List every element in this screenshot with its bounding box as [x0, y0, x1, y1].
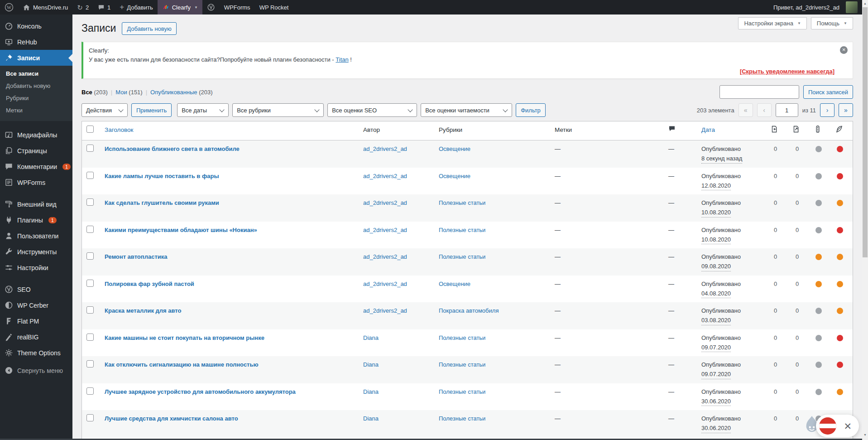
post-category-link[interactable]: Освещение [439, 280, 470, 287]
sidebar-item-6[interactable]: WPForms [0, 174, 72, 190]
sidebar-item-10[interactable]: Инструменты [0, 244, 72, 260]
country-flag-icon[interactable] [819, 417, 836, 435]
row-checkbox[interactable] [86, 387, 94, 395]
post-title-link[interactable]: Как отключить сигнализацию на машине пол… [105, 361, 259, 368]
post-category-link[interactable]: Полезные статьи [439, 415, 485, 422]
post-category-link[interactable]: Полезные статьи [439, 227, 485, 233]
my-account-menu[interactable]: Привет, ad_2drivers2_ad [769, 1, 862, 13]
post-category-link[interactable]: Освещение [439, 145, 470, 152]
sidebar-subitem-1[interactable]: Добавить новую [0, 80, 72, 92]
sidebar-item-12[interactable]: SEO [0, 281, 72, 297]
yoast-menu[interactable] [202, 0, 220, 15]
column-seo-score-sort[interactable] [810, 121, 831, 140]
row-checkbox[interactable] [86, 226, 94, 233]
post-title-link[interactable]: Какие лампы лучше поставить в фары [105, 173, 219, 179]
post-title-link[interactable]: Лучшие средства для химчистки салона авт… [105, 415, 238, 422]
page-scrollbar[interactable]: ▲ ▼ [862, 0, 868, 440]
wp-rocket-menu[interactable]: WP Rocket [255, 0, 293, 15]
sidebar-item-16[interactable]: Theme Options [0, 345, 72, 361]
last-page-button[interactable]: » [839, 103, 853, 117]
sidebar-item-11[interactable]: Настройки [0, 260, 72, 276]
post-author-link[interactable]: ad_2drivers2_ad [363, 227, 407, 233]
search-posts-button[interactable]: Поиск записей [803, 85, 853, 99]
post-category-link[interactable]: Полезные статьи [439, 253, 485, 260]
row-checkbox[interactable] [86, 280, 94, 287]
sidebar-item-13[interactable]: WP Cerber [0, 297, 72, 313]
readability-score-select[interactable]: Все оценки читаемости [421, 103, 512, 117]
sidebar-item-0[interactable]: Консоль [0, 18, 72, 34]
post-title-link[interactable]: Как сделать глушитель своими руками [105, 199, 219, 206]
scroll-up-icon[interactable]: ▲ [862, 2, 868, 5]
row-checkbox[interactable] [86, 252, 94, 260]
dates-select[interactable]: Все даты [177, 103, 229, 117]
row-checkbox[interactable] [86, 306, 94, 314]
post-author-link[interactable]: ad_2drivers2_ad [363, 253, 407, 260]
dismiss-notice-icon[interactable]: × [840, 46, 848, 54]
view-filter-1[interactable]: Мои (151) [115, 89, 142, 96]
post-category-link[interactable]: Полезные статьи [439, 334, 485, 341]
post-category-link[interactable]: Полезные статьи [439, 361, 485, 368]
seo-score-select[interactable]: Все оценки SEO [327, 103, 417, 117]
post-category-link[interactable]: Полезные статьи [439, 388, 485, 395]
row-checkbox[interactable] [86, 414, 94, 421]
sidebar-subitem-2[interactable]: Рубрики [0, 92, 72, 104]
sidebar-subitem-3[interactable]: Метки [0, 104, 72, 116]
row-checkbox[interactable] [86, 172, 94, 179]
post-author-link[interactable]: ad_2drivers2_ad [363, 280, 407, 287]
add-new-post-button[interactable]: Добавить новую [122, 22, 176, 35]
categories-select[interactable]: Все рубрики [232, 103, 324, 117]
column-comments-sort[interactable] [665, 121, 698, 139]
hide-notice-forever-link[interactable]: [Скрыть уведомление навсегда] [89, 68, 834, 75]
site-menu[interactable]: MensDrive.ru [18, 0, 72, 15]
comments-menu[interactable]: 1 [93, 0, 115, 15]
search-input[interactable] [719, 85, 799, 99]
row-checkbox[interactable] [86, 198, 94, 206]
post-category-link[interactable]: Покраска автомобиля [439, 307, 499, 314]
sidebar-item-9[interactable]: Пользователи [0, 228, 72, 244]
sidebar-item-1[interactable]: ReHub [0, 34, 72, 50]
screen-options-button[interactable]: Настройки экрана ▼ [738, 17, 806, 29]
column-links-in-sort[interactable] [767, 121, 788, 140]
sidebar-item-5[interactable]: Комментарии 1 [0, 159, 72, 174]
filter-button[interactable]: Фильтр [516, 103, 546, 117]
sidebar-item-7[interactable]: Внешний вид [0, 196, 72, 212]
sidebar-item-3[interactable]: Медиафайлы [0, 127, 72, 143]
row-checkbox[interactable] [86, 360, 94, 367]
post-title-link[interactable]: Полировка фар зубной пастой [105, 280, 194, 287]
post-title-link[interactable]: Ремонт автопластика [105, 253, 167, 260]
post-author-link[interactable]: Diana [363, 415, 379, 422]
post-category-link[interactable]: Освещение [439, 173, 470, 179]
post-title-link[interactable]: Какие машины не стоит покупать на вторич… [105, 334, 264, 341]
wp-logo-menu[interactable]: W [0, 0, 18, 15]
titan-link[interactable]: Titan [336, 56, 348, 63]
select-all-checkbox[interactable] [86, 126, 94, 133]
post-author-link[interactable]: Diana [363, 334, 379, 341]
column-links-out-sort[interactable] [788, 121, 810, 140]
close-widget-icon[interactable]: ✕ [844, 421, 852, 431]
post-title-link[interactable]: Использование ближнего света в автомобил… [105, 145, 240, 152]
post-title-link[interactable]: Какими преимуществами обладают шины «Нок… [105, 227, 257, 233]
post-author-link[interactable]: ad_2drivers2_ad [363, 173, 407, 179]
sidebar-item-4[interactable]: Страницы [0, 143, 72, 159]
post-title-link[interactable]: Краска металлик для авто [105, 307, 181, 314]
updates-menu[interactable]: ↻ 2 [72, 0, 93, 15]
row-checkbox[interactable] [86, 334, 94, 341]
sidebar-item-17[interactable]: Свернуть меню [0, 363, 72, 378]
column-date-sort[interactable]: Дата [701, 126, 715, 133]
post-author-link[interactable]: ad_2drivers2_ad [363, 307, 407, 314]
bulk-actions-select[interactable]: Действия [82, 103, 128, 117]
scroll-down-icon[interactable]: ▼ [862, 433, 868, 436]
sidebar-subitem-0[interactable]: Все записи [0, 68, 72, 80]
new-content-menu[interactable]: + Добавить [115, 0, 157, 15]
sidebar-item-8[interactable]: Плагины 1 [0, 212, 72, 228]
sidebar-item-2[interactable]: Записи [0, 50, 72, 66]
clearfy-menu[interactable]: Clearfy ▼ [158, 0, 202, 15]
scrollbar-thumb[interactable] [863, 7, 868, 257]
post-author-link[interactable]: ad_2drivers2_ad [363, 145, 407, 152]
column-title-sort[interactable]: Заголовок [105, 126, 133, 133]
first-page-button[interactable]: « [739, 103, 753, 117]
apply-button[interactable]: Применить [131, 103, 172, 117]
post-author-link[interactable]: Diana [363, 361, 379, 368]
prev-page-button[interactable]: ‹ [757, 103, 772, 117]
current-page-input[interactable] [776, 103, 798, 117]
